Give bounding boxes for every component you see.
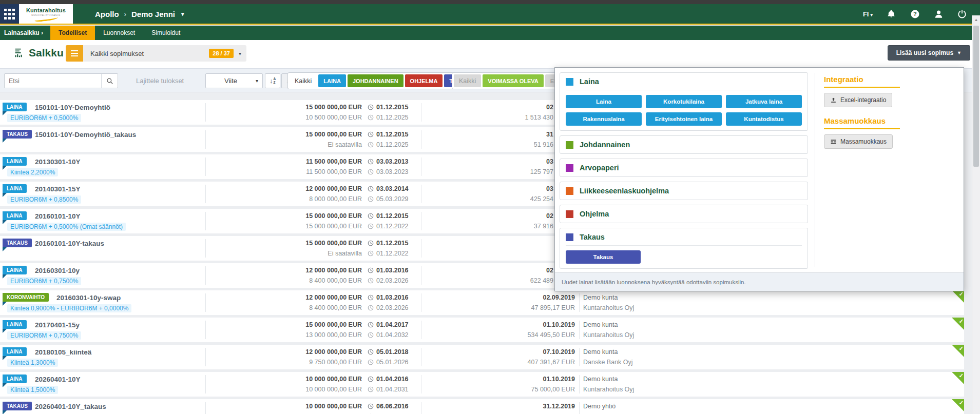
notifications-bell-icon[interactable]: [886, 9, 896, 19]
contract-reference: 20260401-10Y: [35, 376, 81, 383]
clock-icon: [368, 376, 374, 382]
card-takaus-header[interactable]: Takaus: [566, 233, 802, 241]
clock-icon: [368, 223, 374, 229]
mass-edit-button[interactable]: Massamuokkaus: [824, 134, 893, 149]
sort-ascending-button[interactable]: ↓AZ: [265, 73, 280, 88]
sort-field-select[interactable]: Viite▾: [205, 73, 263, 88]
contract-type-badge: TAKAUS: [3, 239, 32, 247]
clock-icon: [368, 305, 374, 311]
tab-luonnokset[interactable]: Luonnokset: [95, 26, 143, 40]
next-payment-amount: 1 513 430: [399, 114, 553, 121]
language-selector[interactable]: FI▾: [863, 10, 873, 18]
brand-swoosh-icon: [34, 15, 58, 22]
start-date: 06.06.2016: [368, 403, 424, 410]
contract-reference: 20140301-15Y: [35, 185, 81, 193]
next-payment-date: 07.10.2019: [421, 348, 575, 356]
tab-simuloidut[interactable]: Simuloidut: [143, 26, 188, 40]
next-payment-date: 01.10.2019: [421, 321, 575, 328]
clock-icon: [368, 359, 374, 365]
start-date: 01.04.2016: [368, 376, 424, 383]
filter-type-all[interactable]: Kaikki: [290, 74, 317, 87]
payer-name: Demo kunta: [583, 294, 618, 301]
panel-footnote: Uudet lainat lisätään luonnoksena hyväks…: [555, 272, 964, 291]
column-divider: [579, 293, 580, 312]
filter-state-all[interactable]: Kaikki: [454, 74, 481, 87]
laina-color-square-icon: [566, 78, 573, 86]
contract-reference: 20160301-10y-swap: [56, 294, 121, 302]
card-arvopaperi-header[interactable]: Arvopaperi: [566, 164, 802, 172]
contract-row[interactable]: LAINA 20180105_kiinteä Kiinteä 1,3000% 1…: [0, 345, 964, 369]
original-amount: 10 000 000,00 EUR: [216, 403, 362, 410]
chevron-down-icon[interactable]: ▾: [181, 11, 184, 17]
contract-reference: 20160101-10Y: [35, 212, 81, 220]
outstanding-amount: 10 500 000,00 EUR: [216, 114, 362, 121]
card-johdannainen-header[interactable]: Johdannainen: [566, 141, 802, 149]
contract-type-badge: LAINA: [3, 103, 27, 111]
tab-todelliset[interactable]: Todelliset: [50, 26, 95, 40]
column-divider: [579, 402, 580, 414]
column-divider: [205, 212, 206, 230]
scrollbar-up-arrow-icon[interactable]: ▲: [972, 15, 980, 24]
new-korkotukilaina-button[interactable]: Korkotukilaina: [646, 95, 722, 108]
card-ohjelma-header[interactable]: Ohjelma: [566, 210, 802, 218]
next-payment-amount: 407 391,67 EUR: [421, 359, 575, 366]
filter-type-johdannainen[interactable]: JOHDANNAINEN: [348, 74, 403, 87]
contract-type-badge: KORONVAIHTO: [3, 293, 49, 302]
contract-row[interactable]: LAINA 20260401-10Y Kiinteä 1,5000% 10 00…: [0, 372, 964, 397]
breadcrumb: Apollo › Demo Jenni ▾: [95, 4, 184, 24]
breadcrumb-app[interactable]: Apollo: [95, 10, 119, 18]
new-laina-button[interactable]: Laina: [566, 95, 642, 108]
help-icon[interactable]: ?: [910, 9, 920, 19]
scope-selected-value: Kaikki sopimukset: [83, 50, 209, 57]
start-date: 01.03.2016: [368, 294, 424, 301]
approved-check-badge: ✓: [952, 372, 964, 384]
app-launcher-button[interactable]: [0, 4, 19, 24]
breadcrumb-user[interactable]: Demo Jenni: [131, 10, 175, 18]
card-laina-header[interactable]: Laina: [566, 77, 802, 86]
contract-row[interactable]: LAINA 20170401-15y EURIBOR6M + 0,7500% 1…: [0, 318, 964, 342]
filter-type-laina[interactable]: LAINA: [318, 74, 346, 87]
approved-check-badge: ✓: [952, 290, 964, 303]
user-profile-icon[interactable]: [933, 9, 944, 19]
scrollbar-thumb[interactable]: [973, 26, 979, 167]
vertical-scrollbar[interactable]: ▲: [972, 15, 980, 414]
new-rakennuslaina-button[interactable]: Rakennuslaina: [566, 112, 642, 126]
next-payment-date: 02: [399, 104, 553, 111]
contract-reference: 150101-10Y-Demoyhtiö_takaus: [35, 131, 136, 139]
badge-fold-icon: [3, 329, 7, 333]
panel-divider: [815, 73, 815, 267]
new-jatkuva-laina-button[interactable]: Jatkuva laina: [726, 95, 802, 108]
outstanding-amount: 15 000 000,00 EUR: [216, 223, 362, 230]
contract-scope-dropdown[interactable]: Kaikki sopimukset 28 / 37 ▾: [66, 45, 246, 62]
contract-row[interactable]: KORONVAIHTO 20160301-10y-swap Kiinteä 0,…: [0, 290, 964, 315]
filter-state-active[interactable]: VOIMASSA OLEVA: [483, 74, 543, 87]
sort-results-label: Lajittele tulokset: [136, 77, 184, 85]
contract-row[interactable]: TAKAUS 20260401-10Y_takaus 10 000 000,00…: [0, 399, 964, 414]
hamburger-icon[interactable]: [66, 45, 83, 62]
search-input[interactable]: [5, 74, 101, 88]
new-erityisehtoinen-laina-button[interactable]: Erityisehtoinen laina: [646, 112, 722, 126]
new-takaus-button[interactable]: Takaus: [566, 250, 641, 264]
portfolio-icon: [13, 47, 25, 58]
contract-reference: 20160301-10y: [35, 267, 80, 274]
original-amount: 11 500 000,00 EUR: [216, 158, 362, 165]
card-liikkeeseenlaskuohjelma-header[interactable]: Liikkeeseenlaskuohjelma: [566, 187, 802, 195]
clock-icon: [368, 104, 374, 110]
next-payment-date: 02: [399, 267, 553, 274]
next-payment-date: 02.09.2019: [421, 294, 575, 301]
logout-power-icon[interactable]: [957, 9, 967, 19]
brand-logo[interactable]: Kuntarahoitus MUNICIPALITY FINANCE: [19, 4, 73, 24]
new-kuntatodistus-button[interactable]: Kuntatodistus: [726, 112, 802, 126]
excel-integration-button[interactable]: Excel-integraatio: [824, 93, 892, 107]
contract-type-badge: LAINA: [3, 211, 27, 220]
add-contract-button[interactable]: Lisää uusi sopimus▼: [888, 45, 970, 61]
grid-icon: [4, 9, 15, 19]
nav-lainasalkku[interactable]: Lainasalkku ›: [0, 26, 50, 40]
filter-type-ohjelma[interactable]: OHJELMA: [405, 74, 443, 87]
column-divider: [205, 321, 206, 339]
search-icon[interactable]: [101, 74, 118, 88]
svg-text:?: ?: [913, 11, 917, 17]
original-amount: 15 000 000,00 EUR: [216, 321, 362, 328]
column-divider: [205, 348, 206, 366]
contract-type-badge: LAINA: [3, 266, 27, 274]
